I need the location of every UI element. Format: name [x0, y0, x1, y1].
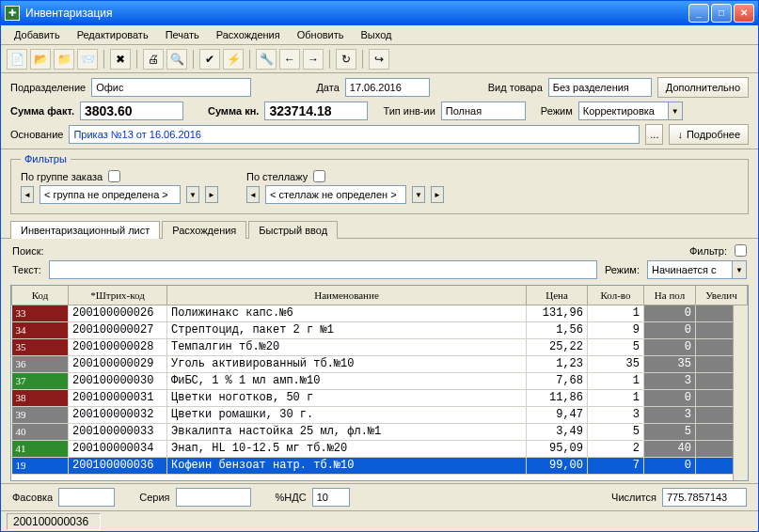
table-row[interactable]: 37200100000030ФиБС, 1 % 1 мл амп.№107,68…: [12, 372, 748, 389]
table-row[interactable]: 35200100000028Темпалгин тб.№2025,2250: [12, 338, 748, 355]
exit-icon[interactable]: ↪: [369, 49, 389, 70]
menu-diff[interactable]: Расхождения: [209, 27, 288, 42]
preview-icon[interactable]: 🔍: [166, 49, 187, 70]
tab-sheet[interactable]: Инвентаризационный лист: [10, 221, 160, 239]
col-inc[interactable]: Увелич: [696, 286, 748, 305]
col-code[interactable]: Код: [12, 286, 69, 305]
table-row[interactable]: 38200100000031Цветки ноготков, 50 г11,86…: [12, 389, 748, 406]
vat-label: %НДС: [276, 492, 307, 503]
calc-input[interactable]: [662, 488, 747, 507]
bygroup-checkbox[interactable]: [108, 170, 120, 182]
byrack-label: По стеллажу: [246, 171, 308, 182]
send-icon[interactable]: 📨: [77, 49, 98, 70]
table-row[interactable]: 41200100000034Энап, HL 10-12.5 мг тб.№20…: [12, 440, 748, 457]
dept-label: Подразделение: [10, 82, 86, 93]
vertical-scrollbar[interactable]: [733, 305, 748, 480]
sumkn-input[interactable]: [264, 102, 368, 120]
table-row[interactable]: 40200100000033Эвкалипта настойка 25 мл, …: [12, 423, 748, 440]
rack-dropdown-button[interactable]: ▼: [412, 186, 425, 203]
col-name[interactable]: Наименование: [167, 286, 527, 305]
menu-print[interactable]: Печать: [158, 27, 207, 42]
basis-browse-button[interactable]: ...: [645, 124, 663, 145]
menu-add[interactable]: Добавить: [7, 27, 68, 42]
data-grid[interactable]: Код *Штрих-код Наименование Цена Кол-во …: [10, 285, 749, 481]
cell-price: 3,49: [527, 423, 588, 440]
minimize-button[interactable]: _: [688, 4, 709, 23]
table-row[interactable]: 39200100000032Цветки ромашки, 30 г.9,473…: [12, 406, 748, 423]
print-icon[interactable]: 🖨: [143, 49, 164, 70]
cell-barcode: 200100000027: [69, 321, 167, 338]
folder-icon[interactable]: 📁: [54, 49, 74, 70]
col-barcode[interactable]: *Штрих-код: [69, 286, 167, 305]
back-icon[interactable]: ←: [279, 49, 300, 70]
table-row[interactable]: 33200100000026Полижинакс капс.№6131,9610: [12, 305, 748, 321]
group-prev-button[interactable]: ◄: [21, 186, 34, 203]
refresh-icon[interactable]: ↻: [336, 49, 356, 70]
check-icon[interactable]: ✔: [199, 49, 220, 70]
extra-button[interactable]: Дополнительно: [657, 77, 749, 98]
cell-shelf: 35: [644, 355, 696, 372]
col-qty[interactable]: Кол-во: [588, 286, 644, 305]
menu-edit[interactable]: Редактировать: [70, 27, 156, 42]
invtype-input[interactable]: [441, 102, 526, 120]
cell-qty: 5: [588, 338, 644, 355]
filter-checkbox[interactable]: [735, 244, 747, 257]
byrack-checkbox[interactable]: [313, 170, 325, 182]
toolbar: 📄 📂 📁 📨 ✖ 🖨 🔍 ✔ ⚡ 🔧 ← → ↻ ↪: [1, 45, 758, 73]
cell-qty: 2: [588, 440, 644, 457]
form-area: Подразделение Дата Вид товара Дополнител…: [1, 73, 758, 149]
cell-name: Темпалгин тб.№20: [167, 338, 527, 355]
app-icon: ✚: [5, 6, 20, 21]
basis-input[interactable]: [69, 125, 640, 144]
table-row[interactable]: 19200100000036Кофеин бензоат натр. тб.№1…: [12, 457, 748, 474]
rack-prev-button[interactable]: ◄: [246, 186, 260, 203]
tab-diff[interactable]: Расхождения: [162, 221, 246, 239]
cell-code: 40: [12, 423, 69, 440]
cell-barcode: 200100000036: [69, 457, 167, 474]
chevron-down-icon[interactable]: ▼: [732, 260, 747, 279]
group-dropdown-button[interactable]: ▼: [186, 186, 199, 203]
searchmode-input[interactable]: [647, 260, 732, 279]
table-row[interactable]: 36200100000029Уголь активированный тб.№1…: [12, 355, 748, 372]
mode-combo[interactable]: ▼: [578, 102, 683, 120]
tab-quick[interactable]: Быстрый ввод: [248, 221, 338, 239]
cell-shelf: 0: [644, 321, 696, 338]
open-icon[interactable]: 📂: [30, 49, 51, 70]
searchmode-combo[interactable]: ▼: [647, 260, 747, 279]
col-shelf[interactable]: На пол: [644, 286, 696, 305]
sumfact-input[interactable]: [80, 102, 183, 120]
group-input[interactable]: [40, 185, 181, 204]
vat-input[interactable]: [312, 488, 350, 507]
goodtype-input[interactable]: [548, 78, 652, 97]
statusbar: 200100000036: [1, 510, 758, 531]
rack-input[interactable]: [265, 185, 406, 204]
tools-icon[interactable]: 🔧: [256, 49, 277, 70]
cell-qty: 9: [588, 321, 644, 338]
sumfact-label: Сумма факт.: [10, 105, 74, 117]
search-input[interactable]: [49, 260, 597, 279]
new-icon[interactable]: 📄: [7, 49, 27, 70]
series-input[interactable]: [176, 488, 251, 507]
sumkn-label: Сумма кн.: [208, 105, 259, 117]
rack-next-button[interactable]: ►: [431, 186, 444, 203]
menu-refresh[interactable]: Обновить: [290, 27, 352, 42]
mode-combo-input[interactable]: [578, 102, 668, 120]
titlebar[interactable]: ✚ Инвентаризация _ □ ✕: [1, 1, 758, 25]
close-button[interactable]: ✕: [734, 4, 754, 23]
more-button[interactable]: ↓ Подробнее: [669, 124, 749, 145]
maximize-button[interactable]: □: [711, 4, 732, 23]
cell-qty: 1: [588, 305, 644, 321]
delete-icon[interactable]: ✖: [110, 49, 131, 70]
forward-icon[interactable]: →: [303, 49, 324, 70]
search-label: Поиск:: [12, 245, 44, 257]
pack-input[interactable]: [58, 488, 115, 507]
dept-input[interactable]: [91, 78, 251, 97]
chevron-down-icon[interactable]: ▼: [668, 102, 683, 120]
cell-barcode: 200100000026: [69, 305, 167, 321]
menu-exit[interactable]: Выход: [354, 27, 400, 42]
col-price[interactable]: Цена: [527, 286, 588, 305]
table-row[interactable]: 34200100000027Стрептоцид, пакет 2 г №11,…: [12, 321, 748, 338]
flash-icon[interactable]: ⚡: [223, 49, 244, 70]
group-next-button[interactable]: ►: [205, 186, 218, 203]
date-input[interactable]: [345, 78, 430, 97]
